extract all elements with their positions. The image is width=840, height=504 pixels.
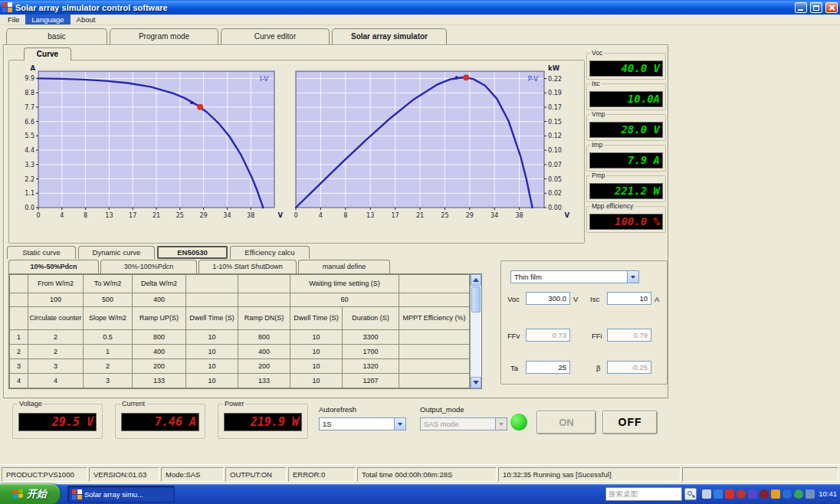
svg-text:0.05: 0.05 xyxy=(548,176,562,183)
isc-field[interactable] xyxy=(607,292,651,305)
en50530-table: From W/m2 To W/m2 Delta W/m2 Waiting tim… xyxy=(9,274,470,388)
svg-text:4.4: 4.4 xyxy=(25,147,34,154)
module-settings-panel: Thin film Voc V Isc A FFv FFi Ta β xyxy=(500,260,668,385)
subtab-start-shutdown[interactable]: 1-10% Start ShutDown xyxy=(199,260,297,273)
tab-en50530[interactable]: EN50530 xyxy=(157,246,228,259)
arrow-down-icon xyxy=(473,381,479,385)
tab-basic[interactable]: basic xyxy=(6,28,107,44)
tray-icon[interactable] xyxy=(702,489,711,499)
titlebar[interactable]: Solar array simulator control software xyxy=(0,0,840,15)
main-tab-strip: basic Program mode Curve editor Solar ar… xyxy=(6,28,447,44)
chevron-down-icon[interactable] xyxy=(627,271,638,283)
svg-text:25: 25 xyxy=(441,212,448,219)
table-scrollbar[interactable] xyxy=(470,274,481,388)
voc-field[interactable] xyxy=(526,292,570,305)
desktop-screen: Solar array simulator control software F… xyxy=(0,0,840,504)
svg-text:0.12: 0.12 xyxy=(548,133,562,139)
ta-field[interactable] xyxy=(526,361,570,374)
tab-static-curve[interactable]: Static curve xyxy=(7,246,76,259)
voltage-display: 29.5 V xyxy=(18,413,97,431)
taskbar-task-button[interactable]: Solar array simu... xyxy=(67,486,175,502)
en50530-table-area: From W/m2 To W/m2 Delta W/m2 Waiting tim… xyxy=(8,273,482,389)
ffi-field[interactable] xyxy=(607,329,651,342)
menu-language[interactable]: Language xyxy=(25,15,70,25)
svg-text:5.5: 5.5 xyxy=(25,133,34,139)
svg-text:0.17: 0.17 xyxy=(548,104,562,111)
menu-file[interactable]: File xyxy=(2,15,25,25)
svg-text:1.1: 1.1 xyxy=(25,190,34,197)
svg-text:0.10: 0.10 xyxy=(548,147,562,154)
scroll-up-button[interactable] xyxy=(471,274,481,286)
beta-field[interactable] xyxy=(607,361,651,374)
svg-text:38: 38 xyxy=(516,212,523,219)
taskbar-clock[interactable]: 10:41 xyxy=(819,484,837,504)
subtab-10-50-pdcn[interactable]: 10%-50%Pdcn xyxy=(8,260,99,273)
tab-curve-editor[interactable]: Curve editor xyxy=(221,28,330,44)
tab-efficiency-calc[interactable]: Efficiency calcu xyxy=(230,246,310,259)
mpp-efficiency-display: 100.0 % xyxy=(589,214,663,230)
chevron-down-icon[interactable] xyxy=(394,418,405,430)
app-icon xyxy=(72,489,81,499)
svg-text:7.7: 7.7 xyxy=(25,104,34,111)
current-display: 7.46 A xyxy=(121,413,199,431)
tray-icon[interactable] xyxy=(714,489,723,499)
tray-icon[interactable] xyxy=(794,489,803,499)
svg-text:17: 17 xyxy=(129,212,136,219)
menu-about[interactable]: About xyxy=(71,15,102,25)
table-row: 2 2140010400101700 xyxy=(10,344,470,358)
tab-program-mode[interactable]: Program mode xyxy=(110,28,218,44)
close-button[interactable] xyxy=(825,2,838,13)
tab-solar-array-simulator[interactable]: Solar array simulator xyxy=(332,28,447,44)
voc-readout: Voc40.0 V xyxy=(586,53,666,80)
tray-icon[interactable] xyxy=(725,489,734,499)
table-column-header-row: Circulate counter Slope W/m2 Ramp UP(S) … xyxy=(10,306,470,329)
on-button[interactable]: ON xyxy=(536,411,596,434)
start-button[interactable]: 开始 xyxy=(0,484,60,504)
module-type-dropdown[interactable]: Thin film xyxy=(510,270,639,283)
svg-text:0.07: 0.07 xyxy=(548,162,562,169)
status-message: 10:32:35 Running sas [Sucessful] xyxy=(498,467,681,482)
autorefresh-dropdown[interactable]: 1S xyxy=(319,417,406,430)
scrollbar-thumb[interactable] xyxy=(471,286,481,313)
chevron-down-icon xyxy=(495,418,507,430)
tab-curve[interactable]: Curve xyxy=(24,47,71,61)
svg-text:0.0: 0.0 xyxy=(25,205,34,211)
svg-text:4: 4 xyxy=(319,212,323,219)
tab-dynamic-curve[interactable]: Dynamic curve xyxy=(78,246,155,259)
status-error: ERROR:0 xyxy=(288,467,356,482)
svg-text:21: 21 xyxy=(153,212,160,219)
svg-text:34: 34 xyxy=(491,212,498,219)
svg-text:29: 29 xyxy=(466,212,474,219)
table-row: 3 3220010200101320 xyxy=(10,358,470,373)
off-button[interactable]: OFF xyxy=(602,411,658,434)
imp-readout: Imp7.9 A xyxy=(586,145,666,172)
tray-icon[interactable] xyxy=(737,489,746,499)
tray-icon[interactable] xyxy=(806,489,815,499)
minimize-button[interactable] xyxy=(795,2,807,13)
ffv-field[interactable] xyxy=(526,329,570,342)
vmp-readout: Vmp28.0 V xyxy=(586,114,666,141)
table-summary-header-row: From W/m2 To W/m2 Delta W/m2 Waiting tim… xyxy=(10,275,470,293)
svg-text:kW: kW xyxy=(548,65,560,72)
tray-icon[interactable] xyxy=(748,489,757,499)
desktop-search-input[interactable] xyxy=(605,487,682,501)
svg-text:3.3: 3.3 xyxy=(25,162,34,169)
output-mode-dropdown[interactable]: SAS mode xyxy=(420,417,507,430)
autorefresh-label: Autorefresh xyxy=(319,405,356,414)
tray-icon[interactable] xyxy=(760,489,769,499)
scroll-down-button[interactable] xyxy=(471,377,481,388)
voltage-meter: Voltage 29.5 V xyxy=(12,404,103,439)
isc-readout: Isc10.0A xyxy=(586,83,666,110)
status-total-time: Total time 00d:00h:08m:28S xyxy=(357,467,497,482)
svg-text:6.6: 6.6 xyxy=(25,119,34,126)
search-icon[interactable] xyxy=(684,488,697,500)
subtab-manual-define[interactable]: manual define xyxy=(298,260,390,273)
subtab-30-100-pdcn[interactable]: 30%-100%Pdcn xyxy=(100,260,197,273)
maximize-button[interactable] xyxy=(810,2,822,13)
start-label: 开始 xyxy=(27,487,47,501)
en50530-sub-tab-strip: 10%-50%Pdcn 30%-100%Pdcn 1-10% Start Shu… xyxy=(8,260,390,273)
svg-text:17: 17 xyxy=(392,212,399,219)
tray-icon[interactable] xyxy=(771,489,780,499)
tray-icon[interactable] xyxy=(783,489,792,499)
mpp-efficiency-readout: Mpp efficiency100.0 % xyxy=(586,206,666,233)
